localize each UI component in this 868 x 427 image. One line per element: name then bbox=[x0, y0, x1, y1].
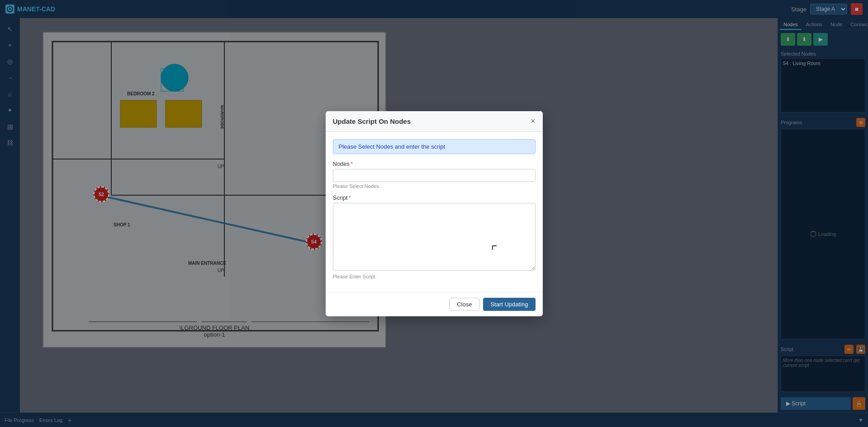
script-required-star: * bbox=[349, 194, 351, 201]
nodes-required-star: * bbox=[351, 160, 353, 167]
modal-body: Please Select Nodes and enter the script… bbox=[326, 132, 543, 292]
modal-overlay[interactable]: Update Script On Nodes × Please Select N… bbox=[0, 0, 868, 427]
modal-start-button[interactable]: Start Updating bbox=[483, 298, 535, 311]
modal-close-x-button[interactable]: × bbox=[531, 117, 536, 126]
modal-header: Update Script On Nodes × bbox=[326, 111, 543, 132]
script-field-label: Script* bbox=[333, 194, 536, 201]
modal-footer: Close Start Updating bbox=[326, 292, 543, 316]
nodes-field: Nodes* Please Select Nodes. bbox=[333, 160, 536, 189]
script-field: Script* Please Enter Script. bbox=[333, 194, 536, 279]
nodes-field-hint: Please Select Nodes. bbox=[333, 183, 536, 189]
script-textarea[interactable] bbox=[333, 203, 536, 271]
modal-info-message: Please Select Nodes and enter the script bbox=[333, 139, 536, 154]
script-field-hint: Please Enter Script. bbox=[333, 274, 536, 279]
nodes-field-label: Nodes* bbox=[333, 160, 536, 167]
nodes-input[interactable] bbox=[333, 169, 536, 182]
update-script-modal: Update Script On Nodes × Please Select N… bbox=[326, 111, 543, 316]
modal-close-button[interactable]: Close bbox=[449, 298, 479, 311]
modal-title: Update Script On Nodes bbox=[333, 117, 411, 125]
